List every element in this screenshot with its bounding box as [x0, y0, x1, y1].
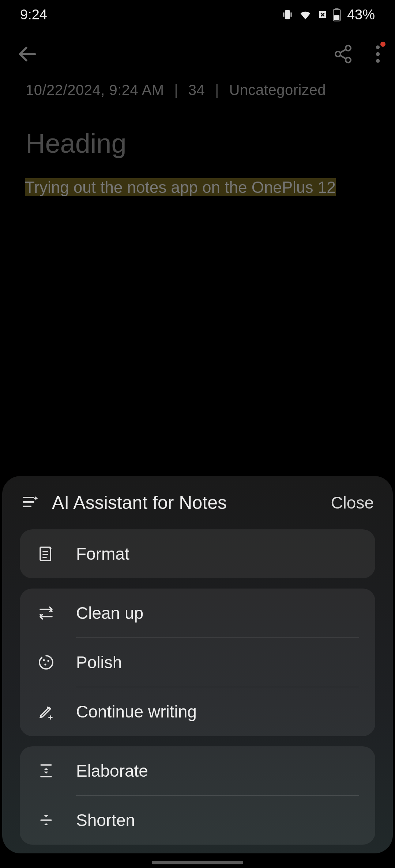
- option-group: Clean up Polish: [20, 589, 375, 736]
- svg-point-14: [44, 663, 46, 665]
- svg-rect-4: [334, 15, 339, 20]
- battery-icon: [332, 8, 341, 22]
- svg-point-7: [346, 57, 351, 62]
- back-button[interactable]: [15, 41, 40, 68]
- status-time: 9:24: [20, 7, 47, 23]
- ai-list-icon: [21, 493, 39, 512]
- cleanup-option[interactable]: Clean up: [20, 589, 375, 637]
- option-label: Shorten: [76, 810, 135, 830]
- no-sim-icon: [317, 9, 328, 20]
- svg-point-10: [376, 59, 380, 63]
- note-meta: 10/22/2024, 9:24 AM | 34 | Uncategorized: [0, 82, 395, 98]
- format-option[interactable]: Format: [20, 529, 375, 578]
- svg-point-6: [335, 52, 341, 57]
- svg-point-12: [43, 659, 45, 661]
- polish-option[interactable]: Polish: [20, 638, 375, 687]
- svg-rect-11: [40, 547, 50, 560]
- cleanup-icon: [36, 604, 56, 622]
- svg-rect-0: [285, 11, 289, 19]
- gesture-bar[interactable]: [152, 861, 243, 864]
- meta-separator: |: [174, 82, 178, 98]
- status-bar: 9:24 43%: [0, 0, 395, 29]
- pencil-icon: [36, 703, 56, 720]
- sheet-header: AI Assistant for Notes Close: [20, 492, 375, 513]
- option-label: Polish: [76, 652, 122, 672]
- continue-writing-option[interactable]: Continue writing: [20, 687, 375, 736]
- option-label: Elaborate: [76, 761, 148, 781]
- elaborate-icon: [36, 762, 56, 780]
- share-button[interactable]: [333, 44, 353, 66]
- polish-icon: [36, 654, 56, 671]
- svg-point-8: [376, 45, 380, 49]
- option-label: Continue writing: [76, 702, 197, 722]
- svg-rect-3: [335, 8, 339, 10]
- note-heading-input[interactable]: Heading: [0, 113, 395, 159]
- option-group: Format: [20, 529, 375, 578]
- note-category[interactable]: Uncategorized: [229, 82, 326, 98]
- notification-badge: [380, 42, 385, 47]
- meta-separator: |: [215, 82, 219, 98]
- option-label: Format: [76, 544, 129, 564]
- note-body-area[interactable]: Trying out the notes app on the OnePlus …: [0, 159, 395, 197]
- shorten-icon: [36, 811, 56, 829]
- wifi-icon: [298, 7, 313, 22]
- status-icons: 43%: [281, 7, 375, 23]
- elaborate-option[interactable]: Elaborate: [20, 746, 375, 795]
- note-date: 10/22/2024, 9:24 AM: [26, 82, 164, 98]
- vibrate-icon: [281, 8, 294, 21]
- shorten-option[interactable]: Shorten: [20, 796, 375, 845]
- svg-point-13: [47, 660, 49, 662]
- format-icon: [36, 545, 56, 563]
- ai-assistant-sheet: AI Assistant for Notes Close Format: [2, 476, 393, 853]
- app-bar: [0, 29, 395, 80]
- svg-point-9: [376, 52, 380, 56]
- note-char-count: 34: [188, 82, 205, 98]
- more-options-button[interactable]: [375, 44, 380, 66]
- selected-text[interactable]: Trying out the notes app on the OnePlus …: [25, 178, 336, 196]
- sheet-title: AI Assistant for Notes: [52, 492, 331, 513]
- battery-percent: 43%: [347, 7, 375, 23]
- svg-point-5: [346, 46, 351, 51]
- option-label: Clean up: [76, 603, 143, 623]
- option-group: Elaborate Shorten: [20, 746, 375, 845]
- close-button[interactable]: Close: [331, 493, 374, 513]
